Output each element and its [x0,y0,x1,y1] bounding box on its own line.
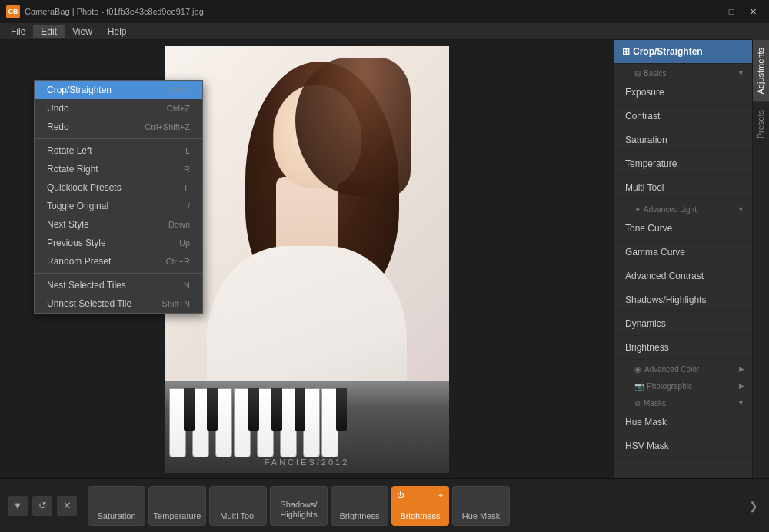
menu-separator-1 [35,138,202,139]
filter-chip-shadows-highlights[interactable]: Shadows/Highlights [270,486,328,526]
filter-chip-shadows-highlights-label: Shadows/Highlights [280,500,317,520]
filter-chip-brightness-active-label: Brightness [401,511,441,520]
panel-item-shadows-highlights[interactable]: Shadows/Highlights [614,288,752,312]
dropdown-menu: Crop/Straighten Ctrl+K Undo Ctrl+Z Redo … [34,80,203,314]
panel-item-temperature[interactable]: Temperature [614,152,752,176]
filter-chip-saturation[interactable]: Saturation [88,486,145,526]
spark-icon: ✦ [438,491,444,500]
minimize-button[interactable]: ─ [700,4,720,19]
filter-chip-hue-mask-label: Hue Mask [462,511,501,520]
advanced-color-section-header: ◉ Advanced Color ▶ [614,360,752,377]
menu-edit[interactable]: Edit [33,25,65,38]
crop-icon: ⊞ [622,46,630,57]
panel-item-contrast[interactable]: Contrast [614,105,752,128]
color-wheel-icon: ◉ [634,365,641,374]
photo-background: FANCIES/2012 [165,46,449,473]
panel-item-dynamics[interactable]: Dynamics [614,312,752,336]
panel-item-gamma-curve[interactable]: Gamma Curve [614,241,752,264]
panel-item-saturation[interactable]: Saturation [614,128,752,152]
basics-section-header: ⊟ Basics ▼ [614,64,752,81]
photo-area: FANCIES/2012 Crop/Straighten Ctrl+K Undo… [0,40,614,478]
menu-previous-style[interactable]: Previous Style Up [35,234,202,252]
title-bar: CB CameraBag | Photo - t01fb3e43c8cd9ee9… [0,0,769,23]
photo-container: FANCIES/2012 [165,46,449,473]
main-layout: FANCIES/2012 Crop/Straighten Ctrl+K Undo… [0,40,769,478]
tab-presets[interactable]: Presets [753,102,769,146]
advanced-light-chevron-icon: ▼ [737,205,744,213]
piano-keys: FANCIES/2012 [165,381,449,473]
menu-unnest-selected-tile[interactable]: Unnest Selected Tile Shift+N [35,294,202,313]
filter-chip-brightness-active[interactable]: ⏻ ✦ Brightness [391,486,449,526]
masks-section-header: ⊕ Masks ▼ [614,394,752,411]
panel-item-multi-tool[interactable]: Multi Tool [614,176,752,200]
panel-item-advanced-contrast[interactable]: Advanced Contrast [614,264,752,288]
side-tabs: Adjustments Presets [752,40,769,478]
title-bar-controls: ─ □ ✕ [700,4,763,19]
filter-chip-hue-mask[interactable]: Hue Mask [452,486,510,526]
bottom-toolbar: ▼ ↺ ✕ Saturation Temperature Multi Tool … [0,478,769,532]
close-button[interactable]: ✕ [743,4,763,19]
down-arrow-button[interactable]: ▼ [8,496,28,516]
filter-chip-multi-tool-label: Multi Tool [220,511,255,520]
panel-item-exposure[interactable]: Exposure [614,81,752,105]
photographic-section-header: 📷 Photographic ▶ [614,377,752,394]
filter-chip-saturation-label: Saturation [97,511,135,520]
sun-icon: ✦ [634,205,641,214]
next-arrow-button[interactable]: ❯ [746,498,761,514]
menu-undo[interactable]: Undo Ctrl+Z [35,99,202,118]
menu-help[interactable]: Help [100,25,135,38]
advanced-light-section-header: ✦ Advanced Light ▼ [614,200,752,217]
menu-next-style[interactable]: Next Style Down [35,215,202,234]
reset-button[interactable]: ↺ [32,496,52,516]
mask-icon: ⊕ [634,399,641,407]
photographic-chevron-icon: ▶ [739,382,744,390]
menu-redo[interactable]: Redo Ctrl+Shift+Z [35,118,202,136]
remove-button[interactable]: ✕ [57,496,77,516]
menu-random-preset[interactable]: Random Preset Ctrl+R [35,252,202,271]
menu-file[interactable]: File [3,25,33,38]
right-panel: ⊞ Crop/Straighten ⊟ Basics ▼ Exposure Co… [614,40,752,478]
menu-toggle-original[interactable]: Toggle Original / [35,197,202,215]
tab-adjustments[interactable]: Adjustments [753,40,769,102]
sliders-icon: ⊟ [634,69,641,78]
menu-quicklook-presets[interactable]: Quicklook Presets F [35,178,202,197]
crop-straighten-button[interactable]: ⊞ Crop/Straighten [614,40,752,64]
menu-crop-straighten[interactable]: Crop/Straighten Ctrl+K [35,81,202,99]
menu-nest-selected-tiles[interactable]: Nest Selected Tiles N [35,276,202,294]
menu-rotate-right[interactable]: Rotate Right R [35,160,202,178]
maximize-button[interactable]: □ [721,4,741,19]
bottom-left-controls: ▼ ↺ ✕ [8,496,77,516]
filter-chip-multi-tool[interactable]: Multi Tool [209,486,267,526]
advanced-color-chevron-icon: ▶ [739,365,744,373]
menu-rotate-left[interactable]: Rotate Left L [35,141,202,160]
power-icon: ⏻ [397,491,404,499]
filter-chip-brightness-inactive-label: Brightness [340,511,380,520]
menu-separator-2 [35,273,202,274]
panel-item-hue-mask[interactable]: Hue Mask [614,411,752,434]
basics-chevron-icon: ▼ [737,69,744,77]
app-icon: CB [6,5,20,18]
masks-chevron-icon: ▼ [737,399,744,407]
filter-chips-container: Saturation Temperature Multi Tool Shadow… [88,486,743,526]
filter-chip-temperature[interactable]: Temperature [148,486,206,526]
title-bar-text: CameraBag | Photo - t01fb3e43c8cd9ee917.… [25,7,700,16]
photo-watermark: FANCIES/2012 [265,457,350,467]
filter-chip-brightness-inactive[interactable]: Brightness [331,486,388,526]
menu-view[interactable]: View [65,25,100,38]
camera-icon: 📷 [634,382,644,391]
panel-item-hsv-mask[interactable]: HSV Mask [614,434,752,458]
panel-item-tone-curve[interactable]: Tone Curve [614,217,752,241]
menu-bar: File Edit View Help [0,23,769,40]
panel-item-brightness[interactable]: Brightness [614,336,752,360]
filter-chip-temperature-label: Temperature [154,511,201,520]
